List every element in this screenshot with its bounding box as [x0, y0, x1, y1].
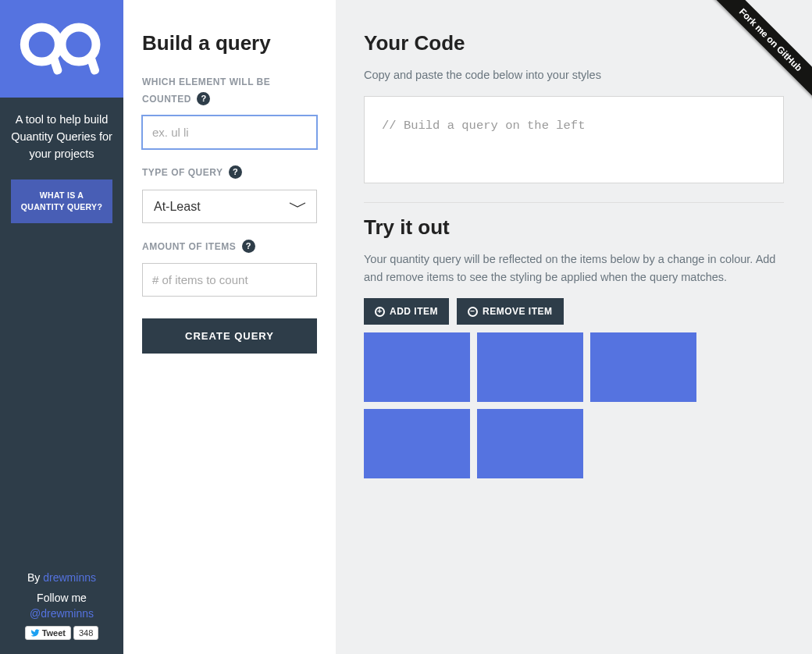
twitter-icon: [30, 628, 40, 638]
item-grid: [364, 332, 784, 478]
svg-rect-3: [86, 55, 100, 76]
type-field: TYPE OF QUERY ? At-Least: [142, 165, 317, 223]
help-icon[interactable]: ?: [229, 165, 242, 179]
amount-input[interactable]: [142, 263, 317, 297]
amount-field: AMOUNT OF ITEMS ?: [142, 239, 317, 297]
create-query-button[interactable]: CREATE QUERY: [142, 318, 317, 354]
tryout-title: Try it out: [364, 215, 784, 240]
tweet-widget: Tweet 348: [25, 626, 99, 640]
help-icon[interactable]: ?: [242, 240, 255, 253]
qq-logo-icon: [19, 20, 105, 78]
plus-icon: +: [375, 307, 385, 317]
tweet-count: 348: [73, 626, 98, 640]
build-panel: Build a query WHICH ELEMENT WILL BE COUN…: [123, 0, 336, 654]
type-label: TYPE OF QUERY: [142, 167, 223, 178]
remove-item-label: REMOVE ITEM: [483, 306, 553, 317]
grid-item: [364, 409, 470, 478]
sidebar: A tool to help build Quantity Queries fo…: [0, 0, 123, 654]
tweet-button[interactable]: Tweet: [25, 626, 71, 640]
what-is-qq-button[interactable]: WHAT IS A QUANTITY QUERY?: [11, 179, 112, 222]
grid-item: [477, 332, 583, 402]
element-input[interactable]: [142, 116, 317, 149]
author-link[interactable]: drewminns: [43, 571, 96, 584]
main-panel: Fork me on GitHub Your Code Copy and pas…: [336, 0, 812, 654]
grid-item: [590, 332, 696, 402]
grid-item: [364, 332, 470, 402]
build-title: Build a query: [142, 31, 317, 55]
twitter-handle-link[interactable]: @drewminns: [30, 607, 94, 620]
code-title: Your Code: [364, 31, 784, 55]
tryout-subtext: Your quantity query will be reflected on…: [364, 251, 784, 286]
minus-icon: −: [468, 307, 478, 317]
type-select[interactable]: At-Least: [142, 190, 317, 223]
amount-label: AMOUNT OF ITEMS: [142, 241, 236, 252]
divider: [364, 202, 784, 203]
sidebar-description: A tool to help build Quantity Queries fo…: [0, 98, 123, 176]
by-prefix: By: [27, 571, 43, 584]
remove-item-button[interactable]: − REMOVE ITEM: [457, 298, 564, 325]
code-output: // Build a query on the left: [364, 96, 784, 183]
help-icon[interactable]: ?: [197, 92, 210, 105]
svg-rect-1: [49, 55, 63, 76]
tryout-buttons: + ADD ITEM − REMOVE ITEM: [364, 298, 784, 325]
follow-label: Follow me: [8, 592, 116, 604]
logo: [0, 0, 123, 98]
add-item-label: ADD ITEM: [390, 306, 438, 317]
grid-item: [477, 409, 583, 478]
add-item-button[interactable]: + ADD ITEM: [364, 298, 449, 325]
code-subtext: Copy and paste the code below into your …: [364, 66, 784, 84]
tweet-button-label: Tweet: [42, 628, 66, 638]
sidebar-footer: By drewminns Follow me @drewminns Tweet …: [0, 562, 123, 654]
element-field: WHICH ELEMENT WILL BE COUNTED ?: [142, 74, 317, 149]
